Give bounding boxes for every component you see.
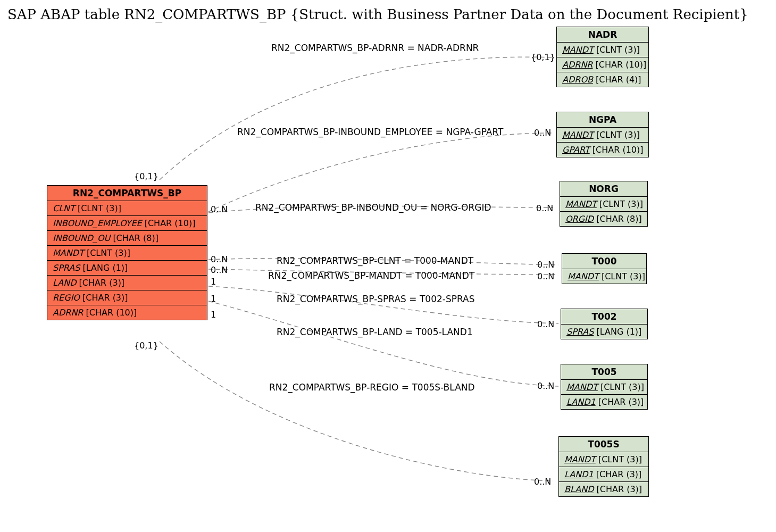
- entity-field: SPRAS [LANG (1)]: [561, 325, 647, 339]
- relationship-label: RN2_COMPARTWS_BP-MANDT = T000-MANDT: [268, 270, 474, 281]
- entity-field: MANDT [CLNT (3)]: [559, 452, 648, 467]
- cardinality-left: 1: [211, 277, 216, 287]
- entity-norg: NORG MANDT [CLNT (3)] ORGID [CHAR (8)]: [560, 181, 648, 227]
- entity-main: RN2_COMPARTWS_BP CLNT [CLNT (3)] INBOUND…: [47, 185, 207, 320]
- cardinality-right: 0..N: [537, 319, 554, 329]
- entity-field: REGIO [CHAR (3)]: [47, 290, 207, 305]
- entity-header: T000: [562, 254, 646, 269]
- entity-header: NADR: [557, 27, 648, 43]
- entity-field: ADROB [CHAR (4)]: [557, 72, 648, 87]
- diagram-title: SAP ABAP table RN2_COMPARTWS_BP {Struct.…: [7, 6, 748, 22]
- entity-header: T005: [561, 364, 647, 380]
- entity-t005s: T005S MANDT [CLNT (3)] LAND1 [CHAR (3)] …: [558, 436, 649, 497]
- cardinality-right: {0,1}: [531, 52, 555, 62]
- entity-header: NORG: [560, 181, 647, 197]
- entity-field: MANDT [CLNT (3)]: [560, 197, 647, 212]
- cardinality-right: 0..N: [534, 128, 551, 138]
- entity-t000: T000 MANDT [CLNT (3)]: [562, 253, 647, 284]
- entity-t002: T002 SPRAS [LANG (1)]: [561, 309, 648, 339]
- cardinality-right: 0..N: [534, 477, 551, 487]
- relationship-label: RN2_COMPARTWS_BP-SPRAS = T002-SPRAS: [277, 294, 474, 304]
- relationship-label: RN2_COMPARTWS_BP-INBOUND_EMPLOYEE = NGPA…: [237, 127, 503, 137]
- entity-field: MANDT [CLNT (3)]: [561, 380, 647, 395]
- entity-field: MANDT [CLNT (3)]: [557, 43, 648, 57]
- entity-field: MANDT [CLNT (3)]: [562, 269, 646, 284]
- entity-field: LAND1 [CHAR (3)]: [561, 395, 647, 409]
- cardinality-right: 0..N: [537, 260, 554, 270]
- entity-field: ORGID [CHAR (8)]: [560, 212, 647, 226]
- entity-field: CLNT [CLNT (3)]: [47, 201, 207, 216]
- cardinality-left: 0..N: [211, 265, 228, 275]
- entity-field: LAND [CHAR (3)]: [47, 276, 207, 290]
- entity-field: GPART [CHAR (10)]: [557, 143, 648, 157]
- entity-header: T005S: [559, 437, 648, 452]
- relationship-label: RN2_COMPARTWS_BP-INBOUND_OU = NORG-ORGID: [255, 202, 491, 213]
- cardinality-right: 0..N: [537, 381, 554, 391]
- relationship-label: RN2_COMPARTWS_BP-REGIO = T005S-BLAND: [269, 382, 475, 393]
- entity-t005: T005 MANDT [CLNT (3)] LAND1 [CHAR (3)]: [561, 364, 648, 410]
- cardinality-left: 0..N: [211, 204, 228, 214]
- cardinality-bottom: {0,1}: [134, 340, 158, 351]
- cardinality-left: {0,1}: [134, 171, 158, 181]
- relationship-label: RN2_COMPARTWS_BP-LAND = T005-LAND1: [277, 327, 473, 337]
- entity-field: ADRNR [CHAR (10)]: [557, 57, 648, 72]
- relationship-label: RN2_COMPARTWS_BP-ADRNR = NADR-ADRNR: [271, 43, 479, 53]
- entity-header: NGPA: [557, 112, 648, 128]
- entity-field: BLAND [CHAR (3)]: [559, 482, 648, 496]
- entity-field: INBOUND_OU [CHAR (8)]: [47, 231, 207, 246]
- entity-field: ADRNR [CHAR (10)]: [47, 305, 207, 320]
- entity-ngpa: NGPA MANDT [CLNT (3)] GPART [CHAR (10)]: [556, 112, 649, 157]
- relationship-label: RN2_COMPARTWS_BP-CLNT = T000-MANDT: [277, 255, 473, 266]
- cardinality-right: 0..N: [537, 271, 554, 281]
- cardinality-left: 1: [211, 294, 216, 304]
- entity-main-header: RN2_COMPARTWS_BP: [47, 186, 207, 201]
- entity-field: INBOUND_EMPLOYEE [CHAR (10)]: [47, 216, 207, 231]
- cardinality-left: 1: [211, 310, 216, 320]
- entity-field: SPRAS [LANG (1)]: [47, 261, 207, 276]
- cardinality-right: 0..N: [536, 203, 553, 213]
- entity-header: T002: [561, 309, 647, 325]
- cardinality-left: 0..N: [211, 254, 228, 264]
- entity-field: LAND1 [CHAR (3)]: [559, 467, 648, 482]
- entity-field: MANDT [CLNT (3)]: [557, 128, 648, 143]
- entity-field: MANDT [CLNT (3)]: [47, 246, 207, 261]
- entity-nadr: NADR MANDT [CLNT (3)] ADRNR [CHAR (10)] …: [556, 27, 649, 87]
